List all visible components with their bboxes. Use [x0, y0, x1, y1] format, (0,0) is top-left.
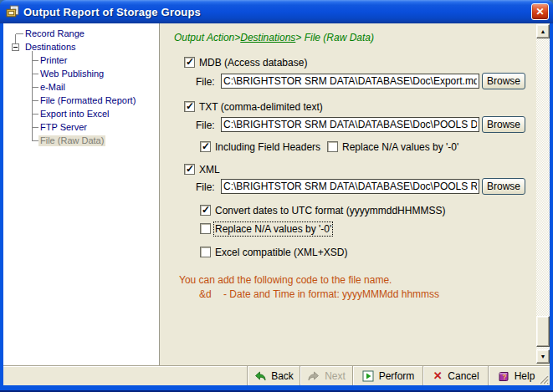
filename-hint-line1: You can add the following code to the fi…	[179, 274, 392, 286]
content-panel: Output Action>Destinations> File (Raw Da…	[161, 23, 536, 365]
back-button-label: Back	[271, 370, 294, 382]
filename-hint-code: &d	[199, 288, 212, 300]
back-arrow-icon	[253, 369, 267, 383]
close-button[interactable]: ✕	[531, 3, 549, 20]
convert-dates-utc-checkbox[interactable]	[200, 205, 211, 216]
scroll-up-button[interactable]: ▲	[536, 24, 550, 38]
cancel-button[interactable]: ✕ Cancel	[422, 366, 488, 385]
mdb-checkbox[interactable]	[184, 57, 195, 68]
cancel-x-icon: ✕	[432, 369, 443, 382]
txt-replace-na-checkbox[interactable]	[327, 141, 338, 152]
tree-item-record-range[interactable]: Record Range	[23, 28, 86, 39]
tree-item-email[interactable]: e-Mail	[38, 82, 67, 93]
help-button[interactable]: ? Help	[488, 366, 543, 385]
xml-file-label: File:	[196, 181, 215, 193]
collapse-toggle-destinations-icon[interactable]	[12, 43, 19, 51]
including-field-headers-label[interactable]: Including Field Headers	[215, 141, 320, 153]
vertical-scrollbar[interactable]: ▲ ▼	[536, 24, 550, 364]
footer-button-bar: Back Next Perform ✕ Cancel	[3, 365, 550, 385]
txt-label[interactable]: TXT (comma-delimited text)	[199, 101, 323, 113]
breadcrumb: Output Action>Destinations> File (Raw Da…	[174, 32, 374, 43]
excel-compatible-checkbox[interactable]	[200, 247, 211, 257]
report-icon	[6, 5, 20, 19]
convert-dates-utc-label[interactable]: Convert dates to UTC format (yyyymmddHHM…	[215, 205, 445, 216]
cancel-button-label: Cancel	[448, 370, 479, 382]
txt-browse-button[interactable]: Browse	[482, 116, 525, 133]
close-icon: ✕	[535, 6, 544, 18]
mdb-file-label: File:	[196, 76, 215, 88]
txt-checkbox[interactable]	[184, 101, 195, 112]
destination-tree: Record Range Destinations Printer Web Pu…	[3, 23, 160, 365]
txt-file-input[interactable]	[221, 117, 479, 132]
tree-item-file-raw-data[interactable]: File (Raw Data)	[38, 135, 105, 146]
scrollbar-thumb[interactable]	[536, 316, 550, 347]
xml-replace-na-label[interactable]: Replace N/A values by '-0'	[215, 223, 331, 235]
window-title: Output Report of Storage Groups	[23, 6, 201, 18]
breadcrumb-current-page: File (Raw Data)	[305, 32, 374, 43]
title-bar[interactable]: Output Report of Storage Groups ✕	[0, 0, 553, 23]
excel-compatible-label[interactable]: Excel compatible (XML+XSD)	[215, 247, 347, 258]
back-button[interactable]: Back	[247, 366, 300, 385]
dialog-window: Output Report of Storage Groups ✕	[0, 0, 553, 392]
help-button-label: Help	[515, 370, 535, 382]
breadcrumb-section: Output Action	[174, 32, 234, 43]
xml-browse-button[interactable]: Browse	[482, 178, 525, 195]
xml-label[interactable]: XML	[199, 164, 220, 176]
tree-item-web-publishing[interactable]: Web Publishing	[38, 69, 105, 79]
help-book-icon: ?	[497, 369, 510, 383]
tree-item-file-formatted-report[interactable]: File (Formatted Report)	[38, 95, 137, 106]
mdb-browse-button[interactable]: Browse	[482, 73, 525, 89]
arrow-down-icon: ▼	[540, 354, 546, 359]
including-field-headers-checkbox[interactable]	[200, 141, 211, 152]
mdb-file-input[interactable]	[221, 74, 479, 89]
svg-text:?: ?	[502, 373, 506, 381]
dialog-body: Record Range Destinations Printer Web Pu…	[3, 23, 550, 385]
perform-button-label: Perform	[379, 370, 415, 382]
breadcrumb-link-destinations[interactable]: Destinations	[240, 32, 295, 43]
next-button-label: Next	[325, 370, 346, 382]
resize-grip[interactable]	[538, 374, 549, 384]
xml-replace-na-checkbox[interactable]	[200, 223, 211, 234]
next-button[interactable]: Next	[300, 366, 352, 385]
xml-file-input[interactable]	[221, 179, 479, 194]
tree-item-ftp-server[interactable]: FTP Server	[38, 122, 89, 133]
perform-button[interactable]: Perform	[352, 366, 422, 385]
tree-item-printer[interactable]: Printer	[38, 55, 69, 66]
perform-play-icon	[361, 369, 375, 383]
txt-file-label: File:	[196, 120, 215, 131]
txt-replace-na-label[interactable]: Replace N/A values by '-0'	[342, 141, 458, 153]
filename-hint-desc: - Date and Time in format: yyyyMMMdd hhm…	[223, 288, 439, 300]
arrow-up-icon: ▲	[540, 28, 546, 34]
breadcrumb-separator-2: >	[295, 32, 301, 43]
tree-item-destinations[interactable]: Destinations	[23, 42, 78, 53]
mdb-label[interactable]: MDB (Access database)	[199, 57, 307, 69]
next-arrow-icon	[307, 369, 320, 383]
tree-item-export-into-excel[interactable]: Export into Excel	[38, 109, 111, 120]
xml-checkbox[interactable]	[184, 164, 195, 175]
scroll-down-button[interactable]: ▼	[536, 349, 550, 364]
